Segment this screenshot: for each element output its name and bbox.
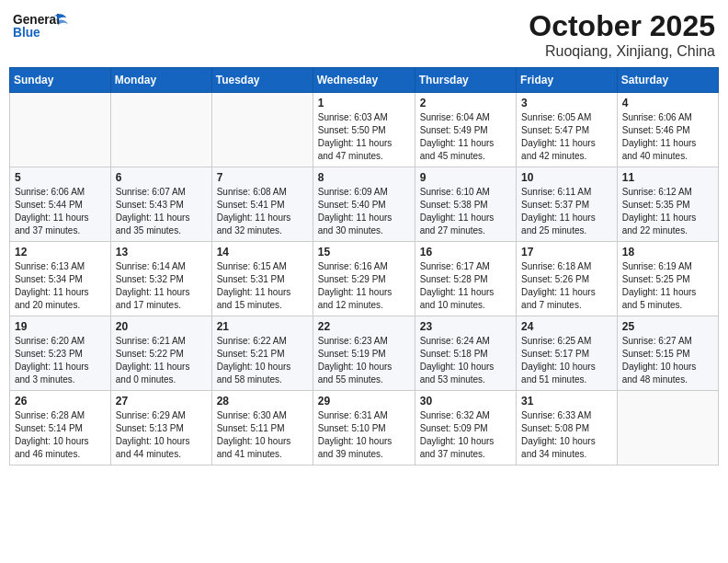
calendar-day-30: 30Sunrise: 6:32 AM Sunset: 5:09 PM Dayli… bbox=[415, 391, 516, 465]
day-info: Sunrise: 6:16 AM Sunset: 5:29 PM Dayligh… bbox=[318, 260, 410, 312]
day-info: Sunrise: 6:10 AM Sunset: 5:38 PM Dayligh… bbox=[420, 186, 511, 237]
calendar-day-17: 17Sunrise: 6:18 AM Sunset: 5:26 PM Dayli… bbox=[517, 242, 618, 316]
day-number: 13 bbox=[116, 246, 207, 259]
day-number: 1 bbox=[318, 97, 410, 109]
day-info: Sunrise: 6:33 AM Sunset: 5:08 PM Dayligh… bbox=[521, 409, 612, 461]
day-info: Sunrise: 6:06 AM Sunset: 5:46 PM Dayligh… bbox=[622, 111, 713, 163]
day-number: 16 bbox=[420, 246, 511, 259]
day-info: Sunrise: 6:06 AM Sunset: 5:44 PM Dayligh… bbox=[15, 186, 106, 237]
calendar-day-9: 9Sunrise: 6:10 AM Sunset: 5:38 PM Daylig… bbox=[415, 167, 516, 242]
day-number: 21 bbox=[217, 320, 308, 333]
day-number: 4 bbox=[622, 97, 713, 109]
day-number: 5 bbox=[15, 171, 106, 184]
weekday-header-monday: Monday bbox=[110, 68, 211, 93]
calendar-day-21: 21Sunrise: 6:22 AM Sunset: 5:21 PM Dayli… bbox=[211, 316, 313, 391]
day-info: Sunrise: 6:21 AM Sunset: 5:22 PM Dayligh… bbox=[116, 335, 207, 386]
page-header: General Blue October 2025 Ruoqiang, Xinj… bbox=[9, 9, 719, 60]
svg-text:General: General bbox=[13, 13, 60, 27]
day-number: 27 bbox=[116, 395, 207, 408]
calendar-day-25: 25Sunrise: 6:27 AM Sunset: 5:15 PM Dayli… bbox=[617, 316, 718, 391]
day-number: 29 bbox=[318, 395, 410, 408]
calendar-empty-cell bbox=[211, 93, 313, 167]
calendar-day-29: 29Sunrise: 6:31 AM Sunset: 5:10 PM Dayli… bbox=[313, 391, 415, 465]
weekday-header-row: SundayMondayTuesdayWednesdayThursdayFrid… bbox=[10, 68, 719, 93]
calendar-empty-cell bbox=[10, 93, 111, 167]
calendar-day-22: 22Sunrise: 6:23 AM Sunset: 5:19 PM Dayli… bbox=[313, 316, 415, 391]
weekday-header-sunday: Sunday bbox=[10, 68, 111, 93]
day-number: 25 bbox=[622, 320, 713, 333]
logo: General Blue bbox=[13, 9, 68, 46]
title-block: October 2025 Ruoqiang, Xinjiang, China bbox=[529, 9, 715, 60]
day-number: 3 bbox=[521, 97, 612, 109]
day-info: Sunrise: 6:03 AM Sunset: 5:50 PM Dayligh… bbox=[318, 111, 410, 163]
weekday-header-saturday: Saturday bbox=[617, 68, 718, 93]
calendar-empty-cell bbox=[110, 93, 211, 167]
calendar-day-4: 4Sunrise: 6:06 AM Sunset: 5:46 PM Daylig… bbox=[617, 93, 718, 167]
day-number: 14 bbox=[217, 246, 308, 259]
day-info: Sunrise: 6:04 AM Sunset: 5:49 PM Dayligh… bbox=[420, 111, 511, 163]
day-info: Sunrise: 6:24 AM Sunset: 5:18 PM Dayligh… bbox=[420, 335, 511, 386]
calendar-week-3: 12Sunrise: 6:13 AM Sunset: 5:34 PM Dayli… bbox=[10, 242, 719, 316]
day-info: Sunrise: 6:12 AM Sunset: 5:35 PM Dayligh… bbox=[622, 186, 713, 237]
calendar-day-14: 14Sunrise: 6:15 AM Sunset: 5:31 PM Dayli… bbox=[211, 242, 313, 316]
calendar-day-6: 6Sunrise: 6:07 AM Sunset: 5:43 PM Daylig… bbox=[110, 167, 211, 242]
calendar-day-12: 12Sunrise: 6:13 AM Sunset: 5:34 PM Dayli… bbox=[10, 242, 111, 316]
calendar-day-20: 20Sunrise: 6:21 AM Sunset: 5:22 PM Dayli… bbox=[110, 316, 211, 391]
calendar-day-24: 24Sunrise: 6:25 AM Sunset: 5:17 PM Dayli… bbox=[517, 316, 618, 391]
day-number: 7 bbox=[217, 171, 308, 184]
calendar-empty-cell bbox=[617, 391, 718, 465]
weekday-header-tuesday: Tuesday bbox=[211, 68, 313, 93]
day-info: Sunrise: 6:11 AM Sunset: 5:37 PM Dayligh… bbox=[521, 186, 612, 237]
calendar-day-16: 16Sunrise: 6:17 AM Sunset: 5:28 PM Dayli… bbox=[415, 242, 516, 316]
day-number: 12 bbox=[15, 246, 106, 259]
day-info: Sunrise: 6:27 AM Sunset: 5:15 PM Dayligh… bbox=[622, 335, 713, 386]
day-info: Sunrise: 6:28 AM Sunset: 5:14 PM Dayligh… bbox=[15, 409, 106, 461]
calendar-day-11: 11Sunrise: 6:12 AM Sunset: 5:35 PM Dayli… bbox=[617, 167, 718, 242]
day-number: 11 bbox=[622, 171, 713, 184]
day-info: Sunrise: 6:23 AM Sunset: 5:19 PM Dayligh… bbox=[318, 335, 410, 386]
calendar-day-15: 15Sunrise: 6:16 AM Sunset: 5:29 PM Dayli… bbox=[313, 242, 415, 316]
day-number: 2 bbox=[420, 97, 511, 109]
day-info: Sunrise: 6:05 AM Sunset: 5:47 PM Dayligh… bbox=[521, 111, 612, 163]
day-info: Sunrise: 6:22 AM Sunset: 5:21 PM Dayligh… bbox=[217, 335, 308, 386]
day-info: Sunrise: 6:15 AM Sunset: 5:31 PM Dayligh… bbox=[217, 260, 308, 312]
day-info: Sunrise: 6:32 AM Sunset: 5:09 PM Dayligh… bbox=[420, 409, 511, 461]
calendar-day-18: 18Sunrise: 6:19 AM Sunset: 5:25 PM Dayli… bbox=[617, 242, 718, 316]
weekday-header-friday: Friday bbox=[517, 68, 618, 93]
weekday-header-thursday: Thursday bbox=[415, 68, 516, 93]
svg-text:Blue: Blue bbox=[13, 26, 40, 40]
calendar-day-10: 10Sunrise: 6:11 AM Sunset: 5:37 PM Dayli… bbox=[517, 167, 618, 242]
day-number: 8 bbox=[318, 171, 410, 184]
calendar-week-2: 5Sunrise: 6:06 AM Sunset: 5:44 PM Daylig… bbox=[10, 167, 719, 242]
day-info: Sunrise: 6:09 AM Sunset: 5:40 PM Dayligh… bbox=[318, 186, 410, 237]
month-title: October 2025 bbox=[529, 9, 715, 43]
calendar-day-1: 1Sunrise: 6:03 AM Sunset: 5:50 PM Daylig… bbox=[313, 93, 415, 167]
day-number: 30 bbox=[420, 395, 511, 408]
calendar-day-13: 13Sunrise: 6:14 AM Sunset: 5:32 PM Dayli… bbox=[110, 242, 211, 316]
location: Ruoqiang, Xinjiang, China bbox=[529, 43, 715, 60]
calendar-day-28: 28Sunrise: 6:30 AM Sunset: 5:11 PM Dayli… bbox=[211, 391, 313, 465]
calendar-week-1: 1Sunrise: 6:03 AM Sunset: 5:50 PM Daylig… bbox=[10, 93, 719, 167]
day-info: Sunrise: 6:17 AM Sunset: 5:28 PM Dayligh… bbox=[420, 260, 511, 312]
day-number: 19 bbox=[15, 320, 106, 333]
day-info: Sunrise: 6:18 AM Sunset: 5:26 PM Dayligh… bbox=[521, 260, 612, 312]
calendar-day-23: 23Sunrise: 6:24 AM Sunset: 5:18 PM Dayli… bbox=[415, 316, 516, 391]
calendar-day-2: 2Sunrise: 6:04 AM Sunset: 5:49 PM Daylig… bbox=[415, 93, 516, 167]
day-number: 26 bbox=[15, 395, 106, 408]
calendar-day-31: 31Sunrise: 6:33 AM Sunset: 5:08 PM Dayli… bbox=[517, 391, 618, 465]
calendar-day-7: 7Sunrise: 6:08 AM Sunset: 5:41 PM Daylig… bbox=[211, 167, 313, 242]
day-number: 18 bbox=[622, 246, 713, 259]
day-number: 9 bbox=[420, 171, 511, 184]
calendar-day-5: 5Sunrise: 6:06 AM Sunset: 5:44 PM Daylig… bbox=[10, 167, 111, 242]
day-number: 6 bbox=[116, 171, 207, 184]
day-number: 23 bbox=[420, 320, 511, 333]
day-info: Sunrise: 6:31 AM Sunset: 5:10 PM Dayligh… bbox=[318, 409, 410, 461]
calendar-day-3: 3Sunrise: 6:05 AM Sunset: 5:47 PM Daylig… bbox=[517, 93, 618, 167]
day-info: Sunrise: 6:30 AM Sunset: 5:11 PM Dayligh… bbox=[217, 409, 308, 461]
calendar-day-8: 8Sunrise: 6:09 AM Sunset: 5:40 PM Daylig… bbox=[313, 167, 415, 242]
day-info: Sunrise: 6:08 AM Sunset: 5:41 PM Dayligh… bbox=[217, 186, 308, 237]
calendar-week-4: 19Sunrise: 6:20 AM Sunset: 5:23 PM Dayli… bbox=[10, 316, 719, 391]
day-number: 28 bbox=[217, 395, 308, 408]
day-info: Sunrise: 6:19 AM Sunset: 5:25 PM Dayligh… bbox=[622, 260, 713, 312]
day-number: 10 bbox=[521, 171, 612, 184]
